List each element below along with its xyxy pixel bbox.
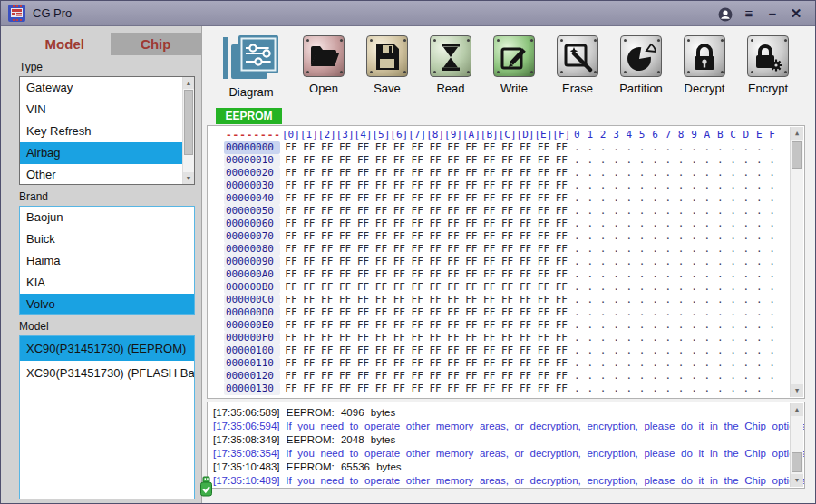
hex-byte: FF <box>481 319 499 332</box>
hex-byte: FF <box>336 319 355 332</box>
scroll-up-icon[interactable]: ▲ <box>183 77 194 89</box>
hex-byte: FF <box>534 192 552 205</box>
minimize-button[interactable]: – <box>761 1 784 25</box>
ascii-char: . <box>636 141 648 154</box>
scroll-up-icon[interactable]: ▲ <box>791 403 803 416</box>
hex-byte: FF <box>552 192 570 205</box>
ascii-char: . <box>753 218 765 230</box>
hex-address: 00000040 <box>224 192 280 205</box>
ascii-char: . <box>714 167 726 179</box>
hex-byte: FF <box>355 357 373 370</box>
ascii-char: . <box>687 294 700 306</box>
hex-byte: FF <box>372 281 390 294</box>
hex-scrollbar[interactable]: ▲ ▼ <box>790 127 803 397</box>
ascii-char: . <box>726 344 739 357</box>
type-list-scrollbar[interactable]: ▲ ▼ <box>182 77 194 184</box>
scroll-down-icon[interactable]: ▼ <box>791 384 803 397</box>
ascii-char: . <box>584 383 597 395</box>
log-panel[interactable]: [17:35:06:589] EEPROM: 4096 bytes[17:35:… <box>207 402 805 489</box>
ascii-char: . <box>662 294 675 306</box>
scroll-down-icon[interactable]: ▼ <box>791 474 803 487</box>
menu-button[interactable]: ≡ <box>737 1 761 25</box>
decrypt-button[interactable]: Decrypt <box>683 35 726 95</box>
erase-button[interactable]: Erase <box>556 35 599 95</box>
list-item-xc90-p31451730-pflash-backup[interactable]: XC90(P31451730) (PFLASH Backup) <box>20 361 194 385</box>
hex-byte: FF <box>426 230 444 243</box>
list-item-volvo[interactable]: Volvo <box>20 294 194 315</box>
hex-byte: FF <box>390 230 408 243</box>
ascii-char: . <box>597 205 609 218</box>
hex-grid: --------[0][1][2][3][4][5][6][7][8][9][A… <box>208 129 804 395</box>
hex-byte: FF <box>444 218 462 230</box>
hex-byte: FF <box>517 205 535 218</box>
hex-byte: FF <box>552 205 570 218</box>
scroll-up-icon[interactable]: ▲ <box>791 127 803 140</box>
hex-byte: FF <box>499 294 517 306</box>
brand-listbox[interactable]: BaojunBuickHaimaKIAVolvo <box>19 206 195 315</box>
type-listbox[interactable]: ▲ ▼ GatewayVINKey RefreshAirbagOther <box>19 76 195 185</box>
hex-byte: FF <box>282 141 300 154</box>
list-item-vin[interactable]: VIN <box>20 99 194 121</box>
ascii-char: . <box>609 370 622 383</box>
open-button[interactable]: Open <box>302 35 345 95</box>
hex-byte: FF <box>372 332 390 344</box>
list-item-baojun[interactable]: Baojun <box>20 207 194 228</box>
hex-byte: FF <box>372 192 390 205</box>
hex-column-header: [F] <box>552 129 570 141</box>
hex-byte: FF <box>408 383 426 395</box>
hex-byte: FF <box>426 357 444 370</box>
encrypt-button[interactable]: Encrypt <box>746 35 790 95</box>
hex-byte: FF <box>318 281 336 294</box>
save-button[interactable]: Save <box>365 35 409 95</box>
close-button[interactable]: ✕ <box>784 1 808 25</box>
list-item-buick[interactable]: Buick <box>20 228 194 250</box>
ascii-char: . <box>584 230 597 243</box>
ascii-char: . <box>687 357 700 370</box>
hex-byte: FF <box>408 344 426 357</box>
read-button[interactable]: Read <box>429 35 472 95</box>
hex-byte: FF <box>390 256 408 268</box>
list-item-airbag[interactable]: Airbag <box>20 142 194 164</box>
ascii-column-header: 1 <box>584 129 597 141</box>
hex-byte: FF <box>534 306 552 319</box>
ascii-char: . <box>740 243 753 256</box>
list-item-gateway[interactable]: Gateway <box>20 77 194 99</box>
ascii-char: . <box>740 167 753 179</box>
ascii-char: . <box>609 332 622 344</box>
scrollbar-thumb[interactable] <box>184 90 193 155</box>
hex-byte: FF <box>408 179 426 192</box>
hex-byte: FF <box>444 256 462 268</box>
list-item-xc90-p31451730-eeprom[interactable]: XC90(P31451730) (EEPROM) <box>20 336 194 361</box>
list-item-other[interactable]: Other <box>20 164 194 185</box>
account-button[interactable] <box>714 1 737 25</box>
ascii-char: . <box>726 383 739 395</box>
hex-byte: FF <box>336 332 355 344</box>
scrollbar-thumb[interactable] <box>792 141 802 169</box>
log-scrollbar[interactable]: ▲ ▼ <box>790 403 803 487</box>
memory-area-tab[interactable]: EEPROM <box>216 108 282 124</box>
list-item-haima[interactable]: Haima <box>20 250 194 272</box>
ascii-column-header: E <box>753 129 765 141</box>
ascii-char: . <box>623 218 636 230</box>
hex-editor[interactable]: --------[0][1][2][3][4][5][6][7][8][9][A… <box>207 125 805 399</box>
partition-button[interactable]: Partition <box>619 35 663 95</box>
write-button[interactable]: Write <box>492 35 536 95</box>
tab-chip[interactable]: Chip <box>111 33 202 55</box>
hex-byte: FF <box>408 332 426 344</box>
hex-row: 00000080FFFFFFFFFFFFFFFFFFFFFFFFFFFFFFFF… <box>208 243 804 256</box>
scroll-down-icon[interactable]: ▼ <box>183 172 194 184</box>
list-item-key-refresh[interactable]: Key Refresh <box>20 121 194 142</box>
ascii-char: . <box>701 344 714 357</box>
hex-byte: FF <box>462 281 481 294</box>
hex-byte: FF <box>355 141 373 154</box>
list-item-kia[interactable]: KIA <box>20 272 194 294</box>
hex-column-header: [9] <box>444 129 462 141</box>
scrollbar-thumb[interactable] <box>792 452 802 472</box>
ascii-char: . <box>636 268 648 281</box>
tab-model[interactable]: Model <box>19 33 111 55</box>
model-listbox[interactable]: XC90(P31451730) (EEPROM)XC90(P31451730) … <box>19 335 195 499</box>
hex-byte: FF <box>481 332 499 344</box>
hex-byte: FF <box>408 205 426 218</box>
ascii-char: . <box>623 167 636 179</box>
diagram-button[interactable]: Diagram <box>222 35 280 99</box>
